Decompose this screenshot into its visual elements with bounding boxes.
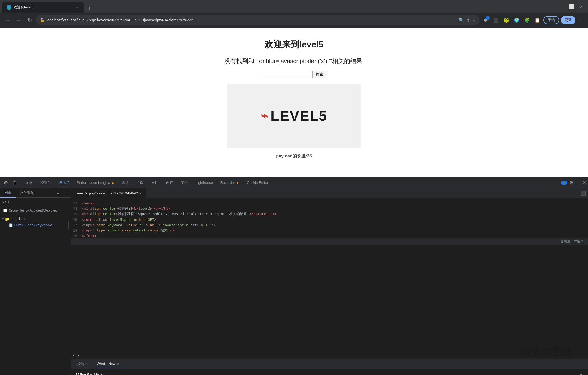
notification-badge[interactable]: 1 — [561, 181, 567, 185]
ext-icon-4[interactable]: 🌍 — [512, 16, 521, 24]
tab-security[interactable]: 安全 — [177, 177, 192, 188]
devtools-icons: ⊕ 📱 — [0, 178, 22, 187]
devtools-settings-icon[interactable]: ⚙ — [569, 180, 574, 186]
ext-icon-3[interactable]: 🐸 — [502, 16, 511, 24]
inspect-icon[interactable]: ⊕ — [2, 178, 10, 187]
window-close-button[interactable]: × — [578, 3, 585, 10]
page-title: 欢迎来到level5 — [265, 39, 324, 51]
share-icon[interactable]: ⇪ — [466, 18, 470, 23]
tab-lighthouse[interactable]: Lighthouse — [192, 177, 217, 188]
file-tab-webpage[interactable]: 网页 — [0, 188, 16, 198]
tab-sources[interactable]: 源代码 — [55, 177, 73, 188]
browser-window: 🌐 欢迎到level5 × + — ⬜ × ← → ↻ 🔒 localhost/… — [0, 0, 588, 375]
devtools-tab-controls: 1 ⚙ ⋮ × — [559, 180, 588, 186]
tab-console[interactable]: 控制台 — [36, 177, 55, 188]
new-tab-button[interactable]: + — [85, 4, 94, 13]
tab-close-button[interactable]: × — [75, 5, 79, 10]
ext-badge: 4 — [486, 16, 490, 20]
line-content-17: <input name=keyword value="" o_nblur=jav… — [82, 223, 216, 227]
bottom-tab-console[interactable]: 控制台 — [73, 360, 92, 368]
whats-new-title: What's New — [76, 373, 103, 375]
code-line-13: 13 <body> — [71, 200, 588, 206]
reload-button[interactable]: ↻ — [25, 16, 34, 25]
tab-performance-insights[interactable]: Performance insights ▲ — [73, 177, 118, 188]
file-item-level5[interactable]: 📄 level5.php?keyword=S... — [0, 222, 71, 228]
devtools-more-icon[interactable]: ⋮ — [576, 180, 581, 186]
ext-icon-5[interactable]: 🧩 — [523, 16, 531, 24]
tab-bar: 🌐 欢迎到level5 × + — ⬜ × — [0, 0, 588, 13]
file-panel-more-icon[interactable]: » — [54, 191, 61, 196]
line-content-16: <form action=level5.php method=GET> — [82, 218, 156, 222]
code-panel: level5.php?keyw...90%9C%E7%B4%A2 × ⬛ 13 … — [71, 188, 588, 375]
forward-button[interactable]: → — [14, 16, 23, 25]
brand-v-icon: ⌁ — [261, 109, 269, 123]
tab-memory[interactable]: 内存 — [162, 177, 177, 188]
devtools-close-icon[interactable]: × — [583, 180, 586, 185]
back-button[interactable]: ← — [3, 16, 13, 25]
page-subtitle: 没有找到和'" onblur=javascript:alert('x') "'相… — [224, 57, 364, 65]
code-line-15: 15 <h2 align=center>没有找到和'&quot; onblur=… — [71, 211, 588, 217]
file-panel-sync-bar: ⇄ □ — [0, 198, 71, 206]
tab-network[interactable]: 网络 — [118, 177, 133, 188]
file-panel-menu-icon[interactable]: ⋮ — [61, 190, 71, 196]
device-icon[interactable]: 📱 — [10, 178, 19, 187]
code-line-17: 17 <input name=keyword value="" o_nblur=… — [71, 222, 588, 228]
line-num-17: 17 — [71, 223, 82, 227]
browser-menu-icon[interactable]: ⋮ — [577, 16, 585, 24]
devtools-tabs-bar: ⊕ 📱 元素 控制台 源代码 Performance insights ▲ 网络… — [0, 177, 588, 188]
bookmark-icon[interactable]: ☆ — [472, 18, 476, 23]
browser-tab[interactable]: 🌐 欢迎到level5 × — [2, 2, 84, 13]
tab-recorder[interactable]: Recorder ▲ — [217, 177, 243, 188]
code-panel-icon[interactable]: ⬛ — [580, 191, 586, 196]
file-tab-filesystem[interactable]: 文件系统 — [16, 188, 39, 198]
ext-icon-6[interactable]: 📋 — [533, 16, 542, 24]
file-tree: ▼ 📁 xss-labs 📄 level5.php?keyword=S... — [0, 215, 71, 375]
file-panel: 网页 文件系统 » ⋮ ⇄ □ Group files by Authored/… — [0, 188, 71, 375]
bottom-drawer-tabs: 控制台 What's New × — [71, 359, 588, 369]
tab-performance[interactable]: 性能 — [133, 177, 148, 188]
file-icon: 📄 — [9, 223, 13, 227]
line-content-14: <h1 align=center>欢迎来到<b>level5</b></h1> — [82, 206, 170, 211]
tab-favicon: 🌐 — [7, 5, 11, 10]
group-files-checkbox[interactable] — [3, 209, 7, 212]
code-tab-active[interactable]: level5.php?keyw...90%9C%E7%B4%A2 × — [71, 188, 146, 198]
code-line-14: 14 <h1 align=center>欢迎来到<b>level5</b></h… — [71, 206, 588, 211]
code-tab-close-button[interactable]: × — [140, 191, 142, 196]
tab-elements[interactable]: 元素 — [22, 177, 36, 188]
bottom-drawer: 控制台 What's New × What's New × — [71, 359, 588, 375]
devtools-body: 网页 文件系统 » ⋮ ⇄ □ Group files by Authored/… — [0, 188, 588, 375]
code-line-18: 18 <input type=submit name=submit value=… — [71, 228, 588, 233]
lock-icon: 🔒 — [40, 18, 44, 22]
line-num-19: 19 — [71, 234, 82, 238]
whats-new-close-button[interactable]: × — [579, 372, 583, 375]
search-icon[interactable]: 🔍 — [459, 18, 464, 23]
search-button[interactable]: 搜索 — [312, 71, 327, 78]
minimize-button[interactable]: — — [557, 3, 566, 10]
code-content: 13 <body> 14 <h1 align=center>欢迎来到<b>lev… — [71, 198, 588, 352]
line-content-19: </form> — [82, 234, 97, 238]
search-input[interactable] — [261, 71, 310, 78]
folder-arrow-icon: ▼ — [2, 218, 4, 221]
folder-icon: 📁 — [5, 217, 10, 221]
address-bar[interactable]: 🔒 localhost/xss-labs/level5.php?keyword=… — [36, 15, 480, 25]
tab-application[interactable]: 应用 — [148, 177, 162, 188]
ext-icon-2[interactable]: ⬛ — [492, 16, 500, 24]
tab-title: 欢迎到level5 — [14, 5, 72, 10]
json-brace-line: { } — [71, 352, 588, 359]
sync-icon[interactable]: ⇄ — [2, 199, 7, 205]
bottom-tab-whats-new[interactable]: What's New × — [92, 360, 124, 368]
line-num-13: 13 — [71, 201, 82, 205]
new-file-icon[interactable]: □ — [8, 199, 12, 205]
profile-button[interactable]: 宇鸿 — [543, 16, 559, 24]
group-files-label: Group files by Authored/Deployed — [0, 206, 71, 215]
record-ext-icon[interactable]: ⏺ 4 — [481, 16, 490, 24]
update-button[interactable]: 更新 — [561, 16, 575, 24]
bottom-tab-close-button[interactable]: × — [117, 362, 119, 366]
maximize-button[interactable]: ⬜ — [567, 3, 577, 10]
folder-item-xss-labs[interactable]: ▼ 📁 xss-labs — [0, 216, 71, 222]
tab-cookie-editor[interactable]: Cookie Editor — [243, 177, 272, 188]
code-tabs-bar: level5.php?keyw...90%9C%E7%B4%A2 × ⬛ — [71, 188, 588, 198]
brand-image: ⌁ LEVEL5 — [227, 84, 361, 148]
devtools: ⊕ 📱 元素 控制台 源代码 Performance insights ▲ 网络… — [0, 177, 588, 375]
line-num-16: 16 — [71, 218, 82, 222]
